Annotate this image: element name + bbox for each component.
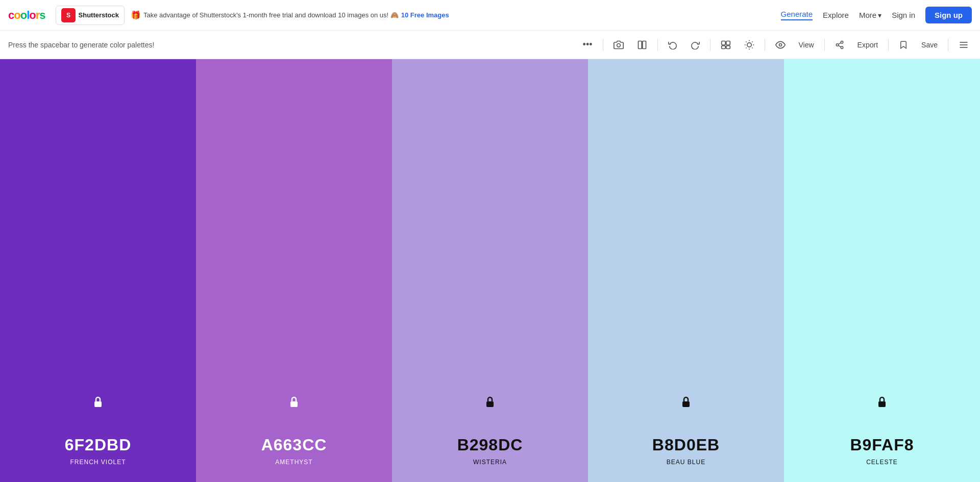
toolbar-separator-6 xyxy=(888,39,889,51)
shutterstock-badge[interactable]: S Shutterstock xyxy=(56,6,125,25)
color-name: Celeste xyxy=(866,459,898,466)
color-name: Wisteria xyxy=(473,459,507,466)
color-name: French Violet xyxy=(70,459,126,466)
share-icon xyxy=(835,40,844,49)
svg-line-13 xyxy=(752,47,752,48)
dots-icon: ••• xyxy=(583,39,593,50)
color-hex: B298DC xyxy=(457,436,523,454)
promo-area: 🎁 Take advantage of Shutterstock's 1-mon… xyxy=(131,10,449,20)
promo-emoji: 🎁 xyxy=(131,10,141,20)
color-name: Amethyst xyxy=(275,459,312,466)
nav-more[interactable]: More xyxy=(859,11,881,19)
export-label: Export xyxy=(857,41,878,49)
hamburger-icon xyxy=(959,40,969,50)
nav-explore[interactable]: Explore xyxy=(823,11,849,19)
coolors-logo[interactable]: coolors xyxy=(8,9,45,22)
svg-line-23 xyxy=(838,42,841,44)
svg-rect-29 xyxy=(486,401,494,407)
color-hex: A663CC xyxy=(261,436,327,454)
svg-rect-7 xyxy=(721,45,725,48)
toolbar: Press the spacebar to generate color pal… xyxy=(0,31,980,59)
redo-icon xyxy=(691,40,700,49)
svg-line-17 xyxy=(752,41,752,42)
lock-icon[interactable] xyxy=(92,396,104,411)
undo-icon xyxy=(668,40,677,49)
svg-rect-4 xyxy=(642,41,646,48)
shutterstock-name: Shutterstock xyxy=(79,11,119,19)
shutterstock-icon: S xyxy=(61,8,76,22)
undo-button[interactable] xyxy=(665,38,680,52)
palette: 6F2DBDFrench Violet A663CCAmethyst B298D… xyxy=(0,59,980,482)
svg-point-19 xyxy=(841,41,843,43)
lock-icon[interactable] xyxy=(876,396,888,411)
nav-right: Generate Explore More Sign in Sign up xyxy=(781,7,972,23)
toolbar-separator-2 xyxy=(657,39,658,51)
chevron-down-icon xyxy=(878,11,881,19)
signin-button[interactable]: Sign in xyxy=(892,11,915,19)
svg-rect-5 xyxy=(721,41,725,45)
view-label: View xyxy=(799,41,814,49)
svg-rect-27 xyxy=(94,401,102,407)
color-hex: B8D0EB xyxy=(652,436,720,454)
adjust-icon xyxy=(721,40,731,50)
save-label: Save xyxy=(921,41,938,49)
more-options-button[interactable]: ••• xyxy=(580,37,596,52)
toolbar-separator-4 xyxy=(765,39,765,51)
svg-point-2 xyxy=(617,43,620,47)
svg-rect-3 xyxy=(638,41,642,48)
view-toggle-button[interactable] xyxy=(634,38,650,52)
color-swatch[interactable]: B8D0EBBeau Blue xyxy=(588,59,784,482)
color-name: Beau Blue xyxy=(667,459,705,466)
spacebar-hint: Press the spacebar to generate color pal… xyxy=(8,41,573,49)
svg-rect-28 xyxy=(290,401,298,407)
svg-point-18 xyxy=(779,43,781,46)
save-button[interactable] xyxy=(896,38,911,52)
panels-icon xyxy=(637,40,647,50)
svg-line-16 xyxy=(746,47,746,48)
nav-generate[interactable]: Generate xyxy=(781,10,813,20)
svg-point-20 xyxy=(836,43,839,46)
svg-text:S: S xyxy=(66,12,70,19)
svg-rect-6 xyxy=(726,41,730,45)
brightness-button[interactable] xyxy=(741,38,757,52)
eye-icon xyxy=(775,40,786,50)
redo-button[interactable] xyxy=(688,38,703,52)
view-button[interactable]: View xyxy=(796,39,817,51)
toolbar-separator-5 xyxy=(824,39,825,51)
svg-point-9 xyxy=(747,42,751,46)
lock-icon[interactable] xyxy=(288,396,300,411)
signup-button[interactable]: Sign up xyxy=(925,7,972,23)
toolbar-separator xyxy=(603,39,603,51)
color-hex: 6F2DBD xyxy=(65,436,131,454)
save-text-button[interactable]: Save xyxy=(918,39,941,51)
lock-icon[interactable] xyxy=(484,396,496,411)
eye-button[interactable] xyxy=(772,38,789,52)
svg-line-12 xyxy=(746,41,746,42)
svg-line-22 xyxy=(838,45,841,47)
svg-rect-8 xyxy=(726,45,730,48)
top-nav: coolors S Shutterstock 🎁 Take advantage … xyxy=(0,0,980,31)
color-swatch[interactable]: B298DCWisteria xyxy=(392,59,588,482)
toolbar-separator-3 xyxy=(710,39,710,51)
promo-text: Take advantage of Shutterstock's 1-month… xyxy=(143,11,399,19)
color-swatch[interactable]: B9FAF8Celeste xyxy=(784,59,980,482)
color-swatch[interactable]: A663CCAmethyst xyxy=(196,59,392,482)
export-button[interactable]: Export xyxy=(854,39,881,51)
toolbar-separator-7 xyxy=(948,39,948,51)
hamburger-button[interactable] xyxy=(955,38,972,52)
svg-rect-30 xyxy=(682,401,690,407)
camera-icon xyxy=(614,40,624,50)
brightness-icon xyxy=(744,40,754,50)
share-button[interactable] xyxy=(832,38,847,52)
svg-rect-31 xyxy=(878,401,886,407)
svg-point-21 xyxy=(841,46,843,49)
free-images-link[interactable]: 10 Free Images xyxy=(401,11,449,19)
lock-icon[interactable] xyxy=(680,396,692,411)
color-hex: B9FAF8 xyxy=(850,436,914,454)
color-swatch[interactable]: 6F2DBDFrench Violet xyxy=(0,59,196,482)
adjust-button[interactable] xyxy=(718,38,734,52)
camera-button[interactable] xyxy=(610,38,627,52)
bookmark-icon xyxy=(899,40,908,49)
